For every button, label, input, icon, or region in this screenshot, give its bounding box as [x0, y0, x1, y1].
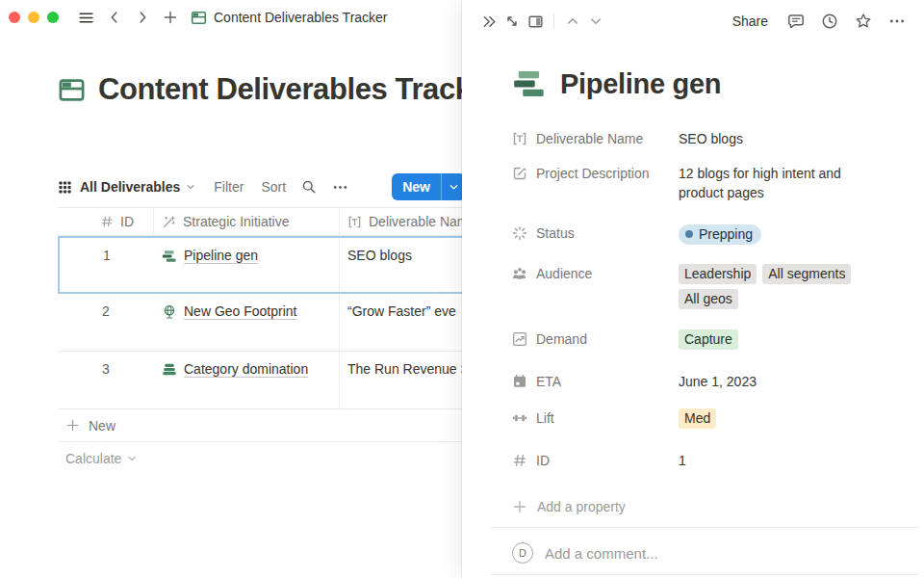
property-value[interactable]: LeadershipAll segmentsAll geos: [679, 264, 873, 314]
funnel-chart-icon[interactable]: [512, 66, 547, 101]
side-peek-panel: Share Pipeline gen Deliver: [462, 0, 924, 578]
trend-chart-icon: [512, 331, 527, 347]
property-label[interactable]: Deliverable Name: [512, 129, 679, 148]
column-header-strategic-initiative[interactable]: Strategic Initiative: [154, 208, 340, 235]
new-record-button-label[interactable]: New: [392, 173, 441, 200]
comment-row: D Add a comment...: [512, 528, 901, 578]
sort-button[interactable]: Sort: [261, 179, 286, 195]
history-clock-icon[interactable]: [818, 10, 841, 33]
audience-tag[interactable]: All geos: [679, 289, 738, 309]
divider: [491, 574, 918, 575]
edit-box-icon: [512, 166, 527, 181]
search-icon[interactable]: [301, 179, 317, 195]
expand-page-icon[interactable]: [500, 10, 524, 33]
property-value[interactable]: 12 blogs for high intent and product pag…: [679, 164, 873, 202]
audience-tag[interactable]: Leadership: [679, 264, 757, 284]
page-link[interactable]: Category domination: [184, 361, 308, 377]
audience-tag[interactable]: All segments: [762, 264, 851, 284]
plus-icon: [65, 418, 80, 433]
property-row-project-description: Project Description 12 blogs for high in…: [512, 164, 901, 202]
property-value[interactable]: SEO blogs: [679, 129, 743, 148]
more-options-icon[interactable]: [886, 10, 909, 33]
page-table-icon: [191, 10, 207, 26]
next-record-icon[interactable]: [584, 10, 607, 33]
table-view-icon[interactable]: [58, 180, 72, 195]
cell-id[interactable]: 3: [58, 352, 154, 408]
share-button[interactable]: Share: [732, 13, 768, 29]
cell-id[interactable]: 2: [58, 294, 154, 351]
comments-icon[interactable]: [784, 10, 808, 33]
record-title-row: Pipeline gen: [512, 66, 901, 102]
cell-strategic-initiative[interactable]: Category domination: [154, 352, 340, 408]
funnel-chart-icon: [162, 249, 177, 264]
new-tab-button[interactable]: [163, 10, 178, 25]
record-title[interactable]: Pipeline gen: [560, 66, 721, 102]
property-row-audience: Audience LeadershipAll segmentsAll geos: [512, 264, 901, 314]
page-title-icon[interactable]: [58, 76, 86, 104]
panel-body: Pipeline gen Deliverable Name SEO blogs …: [462, 42, 924, 578]
property-row-demand: Demand Capture: [512, 329, 901, 355]
add-comment-input[interactable]: Add a comment...: [545, 545, 658, 562]
zoom-window-button[interactable]: [47, 12, 59, 23]
new-record-split-button[interactable]: New: [392, 173, 466, 200]
status-dot-icon: [685, 230, 693, 238]
dumbbell-icon: [512, 410, 527, 426]
back-button[interactable]: [107, 10, 122, 25]
demand-tag[interactable]: Capture: [679, 329, 738, 350]
previous-record-icon[interactable]: [561, 10, 584, 33]
property-label[interactable]: Demand: [512, 329, 679, 355]
column-header-id[interactable]: ID: [58, 208, 154, 235]
property-value[interactable]: June 1, 2023: [679, 372, 757, 391]
minimize-window-button[interactable]: [28, 12, 39, 23]
status-burst-icon: [512, 225, 527, 241]
property-label[interactable]: Status: [512, 223, 679, 245]
property-value[interactable]: Med: [679, 408, 722, 434]
close-peek-icon[interactable]: [477, 10, 500, 33]
view-chevron-down-icon[interactable]: [185, 181, 196, 193]
drawers-icon: [162, 362, 177, 378]
avatar: D: [512, 542, 533, 564]
close-window-button[interactable]: [9, 12, 20, 23]
sidebar-menu-icon[interactable]: [78, 10, 94, 26]
globe-icon: [162, 304, 177, 320]
panel-toolbar: Share: [462, 0, 924, 42]
page-title: Content Deliverables Tracker: [98, 69, 499, 110]
property-label[interactable]: ETA: [512, 372, 679, 391]
cell-id[interactable]: 1: [60, 238, 154, 292]
side-peek-mode-icon[interactable]: [524, 10, 547, 33]
property-label[interactable]: Audience: [512, 264, 679, 314]
property-label[interactable]: Lift: [512, 408, 679, 434]
forward-button[interactable]: [135, 10, 150, 25]
property-label[interactable]: Project Description: [512, 164, 679, 202]
property-value[interactable]: 1: [679, 451, 686, 470]
cell-strategic-initiative[interactable]: Pipeline gen: [154, 238, 340, 292]
view-bar: All Deliverables Filter Sort New: [58, 171, 466, 202]
property-value[interactable]: Capture: [679, 329, 744, 355]
property-label[interactable]: ID: [512, 451, 679, 470]
title-icon: [512, 131, 527, 146]
hash-icon: [512, 453, 527, 468]
add-property-button[interactable]: Add a property: [512, 499, 901, 514]
comment-section: D Add a comment...: [512, 527, 901, 578]
title-icon: [347, 215, 362, 229]
status-pill[interactable]: Prepping: [679, 224, 761, 245]
cell-strategic-initiative[interactable]: New Geo Footprint: [154, 294, 340, 351]
people-icon: [512, 266, 527, 281]
page-link[interactable]: New Geo Footprint: [184, 303, 297, 319]
chevron-down-icon: [126, 453, 138, 464]
property-row-lift: Lift Med: [512, 408, 901, 434]
property-row-deliverable-name: Deliverable Name SEO blogs: [512, 129, 901, 148]
page-link[interactable]: Pipeline gen: [184, 248, 258, 263]
property-row-status: Status Prepping: [512, 223, 901, 245]
property-row-id: ID 1: [512, 451, 901, 470]
view-name[interactable]: All Deliverables: [80, 179, 180, 195]
favorite-star-icon[interactable]: [852, 10, 875, 33]
more-options-icon[interactable]: [332, 179, 348, 196]
plus-icon: [512, 499, 527, 514]
property-row-eta: ETA June 1, 2023: [512, 372, 901, 391]
lift-tag[interactable]: Med: [679, 408, 716, 429]
property-value[interactable]: Prepping: [679, 223, 761, 245]
filter-button[interactable]: Filter: [214, 179, 244, 195]
wand-icon: [162, 215, 176, 229]
tab-title: Content Deliverables Tracker: [214, 10, 388, 25]
